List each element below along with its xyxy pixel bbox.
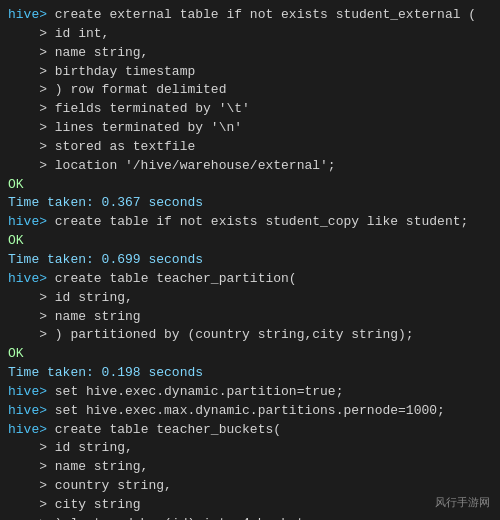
terminal-line: hive> create external table if not exist… — [8, 6, 492, 25]
terminal-line: > stored as textfile — [8, 138, 492, 157]
terminal-line: OK — [8, 232, 492, 251]
prompt-marker: hive> — [8, 403, 47, 418]
terminal-line: Time taken: 0.198 seconds — [8, 364, 492, 383]
terminal-line: OK — [8, 345, 492, 364]
terminal-line: > id int, — [8, 25, 492, 44]
command-text: create external table if not exists stud… — [47, 7, 476, 22]
terminal-line: > lines terminated by '\n' — [8, 119, 492, 138]
terminal-line: hive> set hive.exec.dynamic.partition=tr… — [8, 383, 492, 402]
terminal-line: > fields terminated by '\t' — [8, 100, 492, 119]
terminal-line: > location '/hive/warehouse/external'; — [8, 157, 492, 176]
terminal-line: > id string, — [8, 289, 492, 308]
terminal-line: hive> set hive.exec.max.dynamic.partitio… — [8, 402, 492, 421]
terminal-line: hive> create table teacher_buckets( — [8, 421, 492, 440]
terminal-line: hive> create table teacher_partition( — [8, 270, 492, 289]
command-text: set hive.exec.dynamic.partition=true; — [47, 384, 343, 399]
terminal-line: hive> create table if not exists student… — [8, 213, 492, 232]
terminal-line: Time taken: 0.367 seconds — [8, 194, 492, 213]
command-text: set hive.exec.max.dynamic.partitions.per… — [47, 403, 445, 418]
terminal-line: > name string, — [8, 44, 492, 63]
terminal-line: > name string, — [8, 458, 492, 477]
prompt-marker: hive> — [8, 422, 47, 437]
watermark: 风行手游网 — [435, 496, 490, 512]
prompt-marker: hive> — [8, 214, 47, 229]
terminal-line: > id string, — [8, 439, 492, 458]
prompt-marker: hive> — [8, 7, 47, 22]
command-text: create table teacher_partition( — [47, 271, 297, 286]
terminal-line: OK — [8, 176, 492, 195]
terminal-line: > name string — [8, 308, 492, 327]
terminal-line: > ) row format delimited — [8, 81, 492, 100]
prompt-marker: hive> — [8, 271, 47, 286]
terminal: hive> create external table if not exist… — [0, 0, 500, 520]
terminal-line: > ) partitioned by (country string,city … — [8, 326, 492, 345]
terminal-line: Time taken: 0.699 seconds — [8, 251, 492, 270]
terminal-line: > )clustered by (id) into 4 buckets; — [8, 515, 492, 520]
terminal-line: > birthday timestamp — [8, 63, 492, 82]
terminal-line: > country string, — [8, 477, 492, 496]
command-text: create table teacher_buckets( — [47, 422, 281, 437]
terminal-line: > city string — [8, 496, 492, 515]
command-text: create table if not exists student_copy … — [47, 214, 468, 229]
prompt-marker: hive> — [8, 384, 47, 399]
